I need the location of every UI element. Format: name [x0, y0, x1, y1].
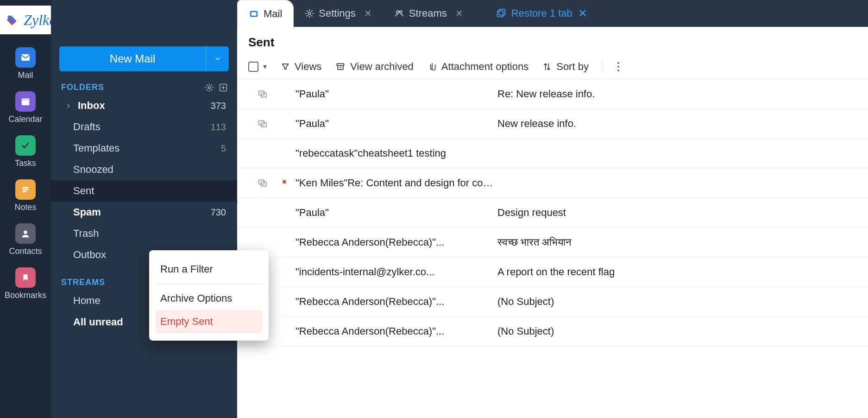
rail-bookmarks[interactable]: Bookmarks [5, 267, 46, 300]
page-title: Sent [237, 27, 868, 54]
check-icon [15, 135, 36, 156]
svg-point-19 [617, 66, 619, 68]
rail-calendar[interactable]: Calendar [5, 91, 46, 124]
message-row[interactable]: "Paula"New release info. [237, 109, 868, 139]
tab-settings[interactable]: Settings ✕ [294, 0, 383, 27]
folder-name: Spam [73, 206, 206, 218]
ctx-empty-sent[interactable]: Empty Sent [156, 310, 262, 333]
message-subject: New release info. [497, 118, 868, 130]
view-archived-button[interactable]: View archived [335, 61, 414, 73]
folder-templates[interactable]: Templates5 [51, 138, 237, 159]
message-from: "Paula" [293, 207, 497, 219]
message-row[interactable]: "incidents-internal@zylker.co...A report… [237, 257, 868, 287]
close-icon[interactable]: ✕ [364, 8, 372, 19]
rail-contacts[interactable]: Contacts [5, 223, 46, 256]
add-folder-icon[interactable] [219, 83, 228, 92]
folder-inbox[interactable]: ›Inbox373 [51, 95, 237, 116]
view-archived-label: View archived [350, 61, 414, 73]
folders-title: FOLDERS [61, 82, 104, 92]
ctx-run-filter[interactable]: Run a Filter [156, 258, 262, 281]
folder-name: Templates [73, 142, 216, 154]
rail-label: Contacts [9, 247, 42, 256]
svg-point-13 [396, 11, 399, 13]
attachment-options-label: Attachment options [441, 61, 528, 73]
rail-label: Tasks [15, 158, 36, 168]
restore-tab-button[interactable]: Restore 1 tab ✕ [484, 0, 598, 27]
tab-bar: Mail Settings ✕ Streams ✕ Restore 1 tab … [237, 0, 868, 27]
message-row[interactable]: "Paula"Design request [237, 198, 868, 228]
message-subject: A report on the recent flag [497, 266, 868, 278]
folder-count: 730 [211, 207, 226, 218]
chevron-down-icon[interactable]: ▾ [263, 62, 267, 71]
folder-name: Drafts [73, 121, 206, 133]
message-row[interactable]: "Rebecca Anderson(Rebecca)"...स्वच्छ भार… [237, 228, 868, 257]
chevron-right-icon: › [67, 100, 73, 112]
close-icon[interactable]: ✕ [455, 8, 463, 19]
folder-trash[interactable]: Trash [51, 223, 237, 244]
message-from: "incidents-internal@zylker.co... [293, 266, 497, 278]
svg-rect-17 [337, 63, 344, 65]
folder-spam[interactable]: Spam730 [51, 202, 237, 223]
divider [157, 284, 261, 284]
rail-label: Notes [14, 203, 36, 212]
ctx-archive-options[interactable]: Archive Options [156, 287, 262, 310]
rail-mail[interactable]: Mail [5, 47, 46, 80]
svg-point-7 [208, 86, 211, 89]
more-menu-button[interactable] [617, 62, 620, 72]
selection-marker-icon [237, 196, 238, 207]
bookmark-icon [15, 267, 36, 288]
rail-label: Mail [18, 70, 33, 80]
svg-point-6 [24, 231, 27, 234]
tab-streams[interactable]: Streams ✕ [383, 0, 474, 27]
tab-label: Settings [319, 7, 356, 19]
sort-icon [542, 62, 552, 71]
message-from: "Ken Miles"Re: Content and design for co… [293, 177, 497, 189]
chevron-down-icon[interactable] [206, 46, 229, 71]
rail-notes[interactable]: Notes [5, 179, 46, 212]
rail-tasks[interactable]: Tasks [5, 135, 46, 168]
folder-sent[interactable]: Sent [51, 180, 237, 202]
tab-label: Mail [264, 8, 282, 20]
gear-icon[interactable] [205, 83, 214, 92]
folder-sidebar: New Mail FOLDERS ›Inbox373Drafts113Templ… [51, 0, 237, 418]
message-row[interactable]: "rebeccatask"cheatsheet1 testing [237, 139, 868, 168]
message-row[interactable]: "Rebecca Anderson(Rebecca)"...(No Subjec… [237, 317, 868, 346]
message-from: "Rebecca Anderson(Rebecca)"... [293, 325, 497, 337]
folder-count: 373 [211, 101, 226, 111]
restore-icon [496, 8, 506, 19]
message-subject: स्वच्छ भारत अभियान [497, 236, 868, 248]
folder-drafts[interactable]: Drafts113 [51, 116, 237, 138]
new-mail-button[interactable]: New Mail [59, 46, 229, 71]
contact-icon [15, 223, 36, 244]
note-icon [15, 179, 36, 200]
rail-label: Bookmarks [5, 291, 46, 300]
conversation-icon [248, 119, 277, 128]
svg-rect-2 [22, 99, 30, 101]
message-subject: Design request [497, 207, 868, 219]
folder-snoozed[interactable]: Snoozed [51, 159, 237, 180]
message-subject: (No Subject) [497, 325, 868, 337]
calendar-icon [15, 91, 36, 112]
select-all-checkbox[interactable]: ▾ [248, 62, 267, 72]
paperclip-icon [428, 62, 437, 72]
svg-point-20 [617, 70, 619, 71]
svg-rect-11 [252, 12, 257, 15]
sort-by-button[interactable]: Sort by [542, 61, 589, 73]
message-subject: (No Subject) [497, 296, 868, 308]
mail-tab-icon [249, 9, 259, 19]
views-button[interactable]: Views [281, 61, 321, 73]
message-from: "Paula" [293, 118, 497, 130]
message-list: "Paula"Re: New release info."Paula"New r… [237, 79, 868, 418]
attachment-options-button[interactable]: Attachment options [428, 61, 528, 73]
gear-icon [305, 9, 314, 18]
tab-mail[interactable]: Mail [237, 0, 294, 27]
message-row[interactable]: "Paula"Re: New release info. [237, 79, 868, 109]
message-row[interactable]: "Ken Miles"Re: Content and design for co… [237, 168, 868, 198]
list-toolbar: ▾ Views View archived Attachment options… [237, 54, 868, 79]
main-area: Mail Settings ✕ Streams ✕ Restore 1 tab … [237, 0, 868, 418]
rail-label: Calendar [8, 114, 42, 124]
close-icon[interactable]: ✕ [578, 7, 587, 20]
app-rail: Zylker Mail Calendar Tasks Notes Contact… [0, 0, 51, 418]
folder-name: Inbox [78, 100, 206, 112]
message-row[interactable]: "Rebecca Anderson(Rebecca)"...(No Subjec… [237, 287, 868, 317]
